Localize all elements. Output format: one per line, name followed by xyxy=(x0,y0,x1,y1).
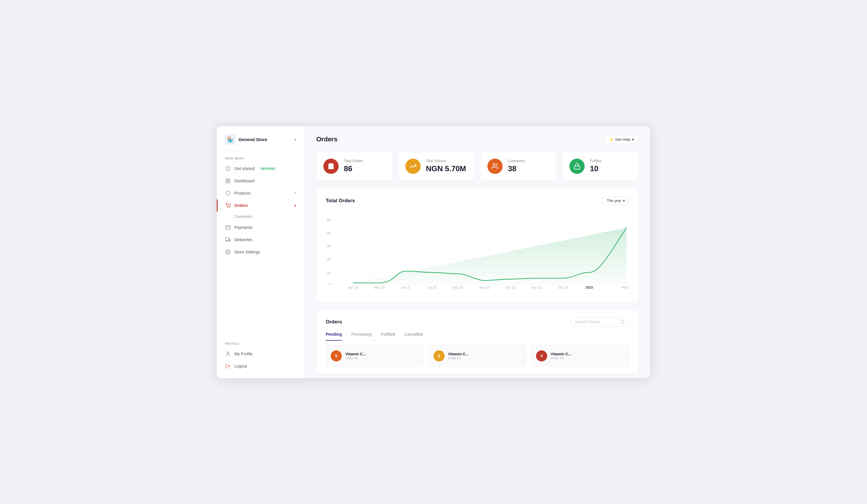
filter-label: This year xyxy=(607,199,621,203)
sidebar-item-label: Payments xyxy=(234,225,253,230)
sidebar-sub-customers[interactable]: Customers xyxy=(217,212,304,221)
sidebar-item-label: Dashboard xyxy=(234,178,255,183)
avatar: V xyxy=(434,350,445,361)
svg-text:Dec '22: Dec '22 xyxy=(558,286,568,289)
tab-fulfilled[interactable]: Fulfilled xyxy=(381,332,395,341)
search-orders-box[interactable]: Search Orders xyxy=(570,317,629,327)
dashboard-icon xyxy=(225,178,231,184)
sidebar-item-products[interactable]: Products ▾ xyxy=(217,187,304,199)
store-selector[interactable]: 🏪 General Store ▾ xyxy=(225,134,296,145)
profile-section: PROFILE My Profile Logout xyxy=(217,336,304,378)
order-info: Vitamin C... Order #1 xyxy=(345,352,366,360)
main-nav: MAIN MENU Get started 58% DONE Dashboard xyxy=(217,151,304,336)
get-help-button[interactable]: ⚡ Get Help ▾ xyxy=(604,135,639,144)
search-icon xyxy=(620,320,625,324)
svg-text:Aug '22: Aug '22 xyxy=(453,286,463,289)
svg-text:10: 10 xyxy=(327,271,331,274)
sidebar-item-label: Deliveries xyxy=(234,237,252,242)
fulfilled-icon xyxy=(569,158,585,174)
svg-text:2023: 2023 xyxy=(586,286,593,289)
stat-card-customers: Customers 38 xyxy=(480,152,557,180)
orders-section: Orders Search Orders Pending Processing … xyxy=(316,310,639,373)
chevron-down-icon: ▾ xyxy=(623,199,625,203)
chart-header: Total Orders This year ▾ xyxy=(326,197,629,205)
order-sub: Order #2 xyxy=(448,356,469,360)
deliveries-icon xyxy=(225,237,231,243)
order-card: V Vitamin C... Order #3 xyxy=(531,346,629,366)
svg-text:40: 40 xyxy=(327,231,331,234)
orders-chart: 50 40 30 20 10 0 xyxy=(326,212,629,294)
stat-info-total-orders: Total Orders 86 xyxy=(344,159,363,173)
order-name: Vitamin C... xyxy=(448,352,469,356)
tab-cancelled[interactable]: Cancelled xyxy=(405,332,422,341)
sidebar-item-store-settings[interactable]: Store Settings xyxy=(217,246,304,258)
products-icon xyxy=(225,190,231,196)
get-help-label: Get Help xyxy=(616,137,630,142)
sidebar-item-label: Products xyxy=(234,191,250,196)
sidebar-header: 🏪 General Store ▾ xyxy=(217,126,304,151)
chart-filter-button[interactable]: This year ▾ xyxy=(602,197,629,205)
stat-label: Fufilled xyxy=(590,159,601,163)
orders-tabs: Pending Processing Fulfilled Cancelled xyxy=(326,332,629,341)
svg-rect-1 xyxy=(226,179,227,180)
sidebar-item-deliveries[interactable]: Deliveries xyxy=(217,233,304,246)
svg-text:Nov '22: Nov '22 xyxy=(532,286,542,289)
svg-line-42 xyxy=(623,323,624,324)
store-icon: 🏪 xyxy=(225,134,235,145)
sidebar-item-label: Get started xyxy=(234,166,255,171)
my-profile-icon xyxy=(225,351,231,357)
sidebar-item-my-profile[interactable]: My Profile xyxy=(217,348,304,360)
svg-point-16 xyxy=(493,164,495,166)
page-header: Orders ⚡ Get Help ▾ xyxy=(316,135,639,144)
svg-text:0: 0 xyxy=(329,283,331,286)
sidebar-item-orders[interactable]: Orders ▴ xyxy=(217,199,304,212)
svg-text:Jul '22: Jul '22 xyxy=(428,286,437,289)
svg-text:Sep '22: Sep '22 xyxy=(479,286,490,289)
tab-processing[interactable]: Processing xyxy=(351,332,372,341)
get-started-icon xyxy=(225,166,231,172)
store-name: General Store xyxy=(238,137,291,142)
chevron-icon: ▾ xyxy=(295,191,296,195)
order-card: V Vitamin C... Order #2 xyxy=(429,346,527,366)
sidebar-item-payments[interactable]: Payments xyxy=(217,221,304,233)
svg-text:Apr '22: Apr '22 xyxy=(349,286,358,289)
sidebar-item-label: My Profile xyxy=(234,351,253,356)
tab-pending[interactable]: Pending xyxy=(326,332,342,341)
store-settings-icon xyxy=(225,249,231,255)
svg-point-41 xyxy=(621,320,624,324)
bolt-icon: ⚡ xyxy=(609,137,614,142)
stat-card-total-volume: Total Volume NGN 5.70M xyxy=(398,152,474,180)
avatar: V xyxy=(331,350,342,361)
svg-text:50: 50 xyxy=(327,218,331,221)
sidebar-item-label: Store Settings xyxy=(234,250,260,254)
order-info: Vitamin C... Order #3 xyxy=(551,352,571,360)
stat-value: 86 xyxy=(344,164,363,173)
stat-card-fulfilled: Fufilled 10 xyxy=(563,152,639,180)
sidebar-item-dashboard[interactable]: Dashboard xyxy=(217,175,304,187)
svg-point-6 xyxy=(229,207,230,208)
sidebar-item-logout[interactable]: Logout xyxy=(217,360,304,372)
chevron-down-icon: ▾ xyxy=(295,138,296,142)
order-sub: Order #1 xyxy=(345,356,366,360)
svg-point-5 xyxy=(227,207,228,208)
sidebar-item-get-started[interactable]: Get started 58% DONE xyxy=(217,162,304,175)
svg-text:Jun '22: Jun '22 xyxy=(401,286,411,289)
sidebar-item-label: Orders xyxy=(234,203,248,208)
customers-icon xyxy=(488,158,503,174)
svg-text:20: 20 xyxy=(327,258,331,261)
stat-info-customers: Customers 38 xyxy=(508,159,525,173)
profile-label: PROFILE xyxy=(217,342,304,348)
order-info: Vitamin C... Order #2 xyxy=(448,352,469,360)
svg-text:Feb '23: Feb '23 xyxy=(621,286,629,289)
orders-header: Orders Search Orders xyxy=(326,317,629,327)
stat-value: 38 xyxy=(508,164,525,173)
svg-text:30: 30 xyxy=(327,244,331,248)
main-menu-label: MAIN MENU xyxy=(217,157,304,162)
stats-grid: Total Orders 86 Total Volume NGN 5.70M xyxy=(316,152,639,180)
svg-point-12 xyxy=(227,251,229,253)
svg-text:May '22: May '22 xyxy=(374,286,385,289)
stat-label: Customers xyxy=(508,159,525,163)
svg-point-11 xyxy=(229,241,230,242)
order-name: Vitamin C... xyxy=(551,352,571,356)
svg-rect-7 xyxy=(226,226,231,229)
